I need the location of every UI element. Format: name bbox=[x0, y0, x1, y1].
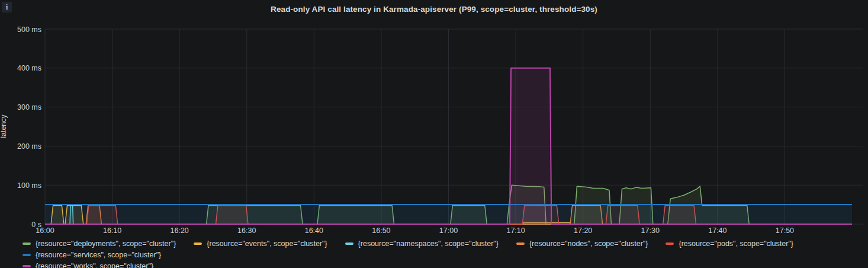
series-area bbox=[45, 205, 852, 224]
x-tick-label: 16:00 bbox=[36, 226, 54, 235]
y-tick-label: 200 ms bbox=[17, 142, 41, 151]
legend-label: {resource="services", scope="cluster"} bbox=[36, 251, 161, 259]
x-tick-label: 17:30 bbox=[641, 226, 660, 235]
x-tick-label: 17:50 bbox=[776, 226, 794, 235]
y-tick-label: 100 ms bbox=[17, 181, 41, 190]
legend-item[interactable]: {resource="deployments", scope="cluster"… bbox=[22, 240, 176, 248]
legend-item[interactable]: {resource="pods", scope="cluster"} bbox=[666, 240, 793, 248]
legend-item[interactable]: {resource="namespaces", scope="cluster"} bbox=[345, 240, 499, 248]
legend-swatch-icon bbox=[22, 243, 31, 245]
x-tick-label: 16:40 bbox=[305, 226, 323, 235]
legend-swatch-icon bbox=[345, 243, 353, 245]
legend-item[interactable]: {resource="events", scope="cluster"} bbox=[194, 240, 327, 248]
x-tick-label: 16:10 bbox=[103, 226, 121, 235]
x-tick-label: 17:10 bbox=[506, 226, 525, 235]
legend-swatch-icon bbox=[516, 243, 525, 245]
y-tick-label: 400 ms bbox=[17, 64, 41, 72]
legend: {resource="deployments", scope="cluster"… bbox=[22, 240, 866, 268]
legend-label: {resource="deployments", scope="cluster"… bbox=[36, 240, 176, 248]
legend-row: {resource="works", scope="cluster"} bbox=[22, 262, 866, 268]
y-axis-title: latency bbox=[0, 109, 8, 144]
legend-label: {resource="namespaces", scope="cluster"} bbox=[358, 240, 499, 248]
legend-swatch-icon bbox=[22, 254, 31, 256]
legend-label: {resource="nodes", scope="cluster"} bbox=[529, 240, 648, 248]
latency-chart: 0 s100 ms200 ms300 ms400 ms500 ms16:0016… bbox=[0, 0, 868, 237]
legend-swatch-icon bbox=[666, 243, 674, 245]
x-tick-label: 17:40 bbox=[708, 226, 726, 235]
legend-item[interactable]: {resource="services", scope="cluster"} bbox=[22, 251, 161, 259]
legend-label: {resource="pods", scope="cluster"} bbox=[679, 240, 793, 248]
legend-label: {resource="works", scope="cluster"} bbox=[36, 262, 153, 268]
y-tick-label: 500 ms bbox=[17, 25, 41, 34]
legend-item[interactable]: {resource="nodes", scope="cluster"} bbox=[516, 240, 648, 248]
legend-swatch-icon bbox=[22, 265, 31, 267]
y-tick-label: 300 ms bbox=[17, 103, 41, 111]
legend-label: {resource="events", scope="cluster"} bbox=[207, 240, 327, 248]
legend-swatch-icon bbox=[194, 243, 202, 245]
x-tick-label: 16:20 bbox=[171, 226, 189, 235]
x-tick-label: 16:30 bbox=[237, 226, 256, 235]
legend-item[interactable]: {resource="works", scope="cluster"} bbox=[22, 262, 153, 268]
grafana-panel: i Read-only API call latency in Karmada-… bbox=[0, 0, 868, 268]
legend-row: {resource="deployments", scope="cluster"… bbox=[22, 240, 866, 259]
x-tick-label: 17:20 bbox=[574, 226, 592, 235]
x-tick-label: 17:00 bbox=[439, 226, 458, 235]
x-tick-label: 16:50 bbox=[372, 226, 390, 235]
